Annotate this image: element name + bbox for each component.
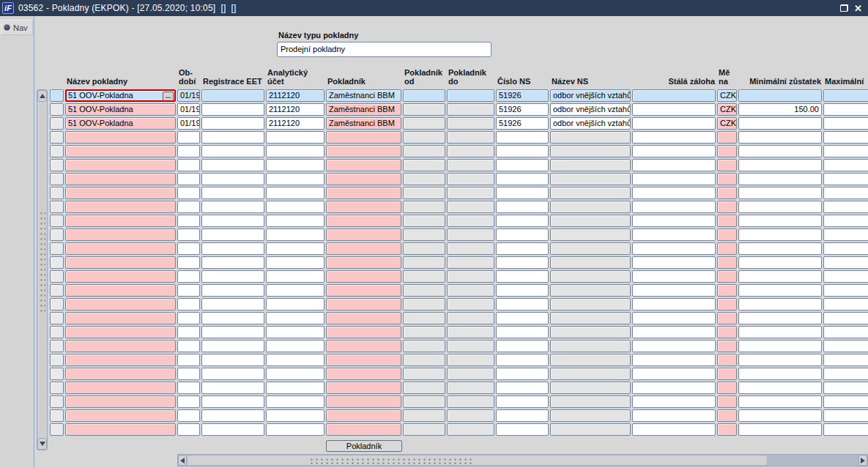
cell-mena[interactable] [717,409,737,422]
cell-dol[interactable] [447,187,494,199]
cell-stala[interactable] [632,201,716,213]
cell-pokladnik[interactable] [326,284,401,297]
cell-min[interactable] [738,159,822,171]
cell-obdobi[interactable] [177,284,200,297]
cell-nazev[interactable]: 51 OOV-Pokladna... [65,89,176,102]
cell-stala[interactable] [632,340,716,352]
cell-stala[interactable] [632,229,716,241]
cell-ns[interactable] [550,159,631,171]
cell-mena[interactable] [717,298,737,311]
scrollbar-track[interactable] [768,455,858,466]
cell-mena[interactable]: CZK [717,117,737,130]
cell-cislo[interactable] [496,270,549,283]
cell-dol[interactable] [447,145,494,157]
cell-obdobi[interactable] [177,159,200,171]
cell-min[interactable] [738,173,822,185]
cell-pokladnik[interactable] [326,340,401,352]
cell-mena[interactable]: CZK [717,103,737,116]
cell-nazev[interactable]: 51 OOV-Pokladna [65,117,176,130]
row-selector[interactable] [50,103,64,116]
cell-ucet[interactable] [266,187,324,199]
cell-mena[interactable] [717,395,737,408]
cell-mena[interactable] [717,382,737,394]
row-selector[interactable] [50,395,64,408]
row-selector[interactable] [50,312,64,324]
cell-cislo[interactable] [496,423,549,436]
row-selector[interactable] [50,187,64,199]
row-selector[interactable] [50,326,64,338]
cell-stala[interactable] [632,159,716,171]
cell-eet[interactable] [201,382,264,394]
cell-ns[interactable] [550,368,631,380]
vertical-scrollbar-thumb[interactable] [37,102,47,438]
row-selector[interactable] [50,368,64,380]
cell-dol[interactable] [447,117,494,130]
cell-pokladnik[interactable]: Zaměstnanci BBM [326,117,401,130]
cell-min[interactable] [738,270,822,283]
cell-stala[interactable] [632,423,716,436]
cell-obdobi[interactable] [177,368,200,380]
cell-od[interactable] [403,368,445,380]
cell-min[interactable] [738,340,822,352]
cell-ns[interactable]: odbor vnějších vztahů [550,117,631,130]
cell-mena[interactable] [717,201,737,213]
cell-od[interactable] [403,409,445,422]
cell-ucet[interactable] [266,312,324,324]
cell-stala[interactable] [632,215,716,227]
cell-mena[interactable] [717,368,737,380]
cell-obdobi[interactable] [177,409,200,422]
cell-ucet[interactable]: 2112120 [266,89,324,102]
cell-mena[interactable]: CZK [717,89,737,102]
cell-min[interactable] [738,382,822,394]
row-selector[interactable] [50,270,64,283]
cell-ns[interactable] [550,354,631,366]
cell-od[interactable] [403,187,445,199]
cell-max[interactable] [823,229,868,241]
cell-mena[interactable] [717,340,737,352]
row-selector[interactable] [50,89,64,102]
row-selector[interactable] [50,173,64,185]
cell-min[interactable] [738,298,822,311]
cell-nazev[interactable] [65,270,176,283]
cell-stala[interactable] [632,312,716,324]
cell-eet[interactable] [201,340,264,352]
cell-ns[interactable] [550,131,631,144]
cell-stala[interactable] [632,173,716,185]
cell-eet[interactable] [201,270,264,283]
row-selector[interactable] [50,256,64,269]
cell-dol[interactable] [447,368,494,380]
cell-ucet[interactable] [266,395,324,408]
cell-ucet[interactable] [266,145,324,157]
cell-nazev[interactable] [65,382,176,394]
cell-cislo[interactable] [496,382,549,394]
cell-eet[interactable] [201,89,264,102]
cell-pokladnik[interactable] [326,312,401,324]
cell-cislo[interactable] [496,201,549,213]
row-selector[interactable] [50,382,64,394]
cell-max[interactable] [823,340,868,352]
cashbox-type-field[interactable]: Prodejní pokladny [277,42,492,57]
cell-pokladnik[interactable] [326,256,401,269]
cell-stala[interactable] [632,89,716,102]
cell-pokladnik[interactable] [326,326,401,338]
cell-max[interactable] [823,382,868,394]
cell-min[interactable] [738,326,822,338]
cell-obdobi[interactable]: 01/19 [177,117,200,130]
cell-ns[interactable] [550,270,631,283]
cell-obdobi[interactable] [177,270,200,283]
cell-dol[interactable] [447,201,494,213]
cell-pokladnik[interactable] [326,242,401,255]
row-selector[interactable] [50,229,64,241]
cell-pokladnik[interactable] [326,187,401,199]
cell-obdobi[interactable] [177,201,200,213]
cell-min[interactable] [738,368,822,380]
cell-pokladnik[interactable] [326,215,401,227]
cell-obdobi[interactable] [177,242,200,255]
row-selector[interactable] [50,131,64,144]
cell-min[interactable] [738,201,822,213]
cell-max[interactable] [823,298,868,311]
close-window-icon[interactable]: ✕ [854,4,862,13]
cell-pokladnik[interactable] [326,229,401,241]
restore-window-icon[interactable] [840,4,848,12]
cell-eet[interactable] [201,131,264,144]
